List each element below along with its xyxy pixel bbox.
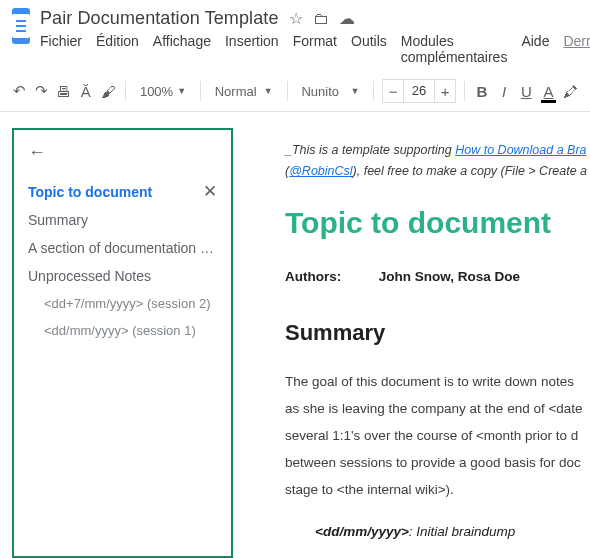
outline-active-heading[interactable]: Topic to document	[28, 184, 152, 200]
document-canvas[interactable]: _This is a template supporting How to Do…	[245, 112, 590, 558]
move-icon[interactable]: 🗀	[313, 10, 329, 28]
zoom-value: 100%	[140, 84, 173, 99]
zoom-select[interactable]: 100%▼	[134, 84, 192, 99]
menu-view[interactable]: Affichage	[153, 33, 211, 65]
stage-title: <dd/mm/yyyy>: Initial braindump	[315, 521, 590, 544]
paragraph-style-select[interactable]: Normal▼	[209, 84, 279, 99]
font-value: Nunito	[301, 84, 339, 99]
highlight-icon[interactable]: 🖍	[562, 77, 580, 105]
menu-file[interactable]: Fichier	[40, 33, 82, 65]
docs-logo[interactable]	[12, 8, 30, 44]
paint-format-icon[interactable]: 🖌	[99, 77, 117, 105]
summary-heading: Summary	[285, 314, 590, 351]
font-select[interactable]: Nunito▼	[295, 84, 365, 99]
menu-edit[interactable]: Édition	[96, 33, 139, 65]
chevron-down-icon: ▼	[350, 86, 359, 96]
intro-link[interactable]: How to Download a Bra	[455, 143, 586, 157]
doc-title[interactable]: Pair Documentation Template	[40, 8, 279, 29]
intro-handle-link[interactable]: @RobinCsl	[289, 164, 352, 178]
last-edit-link[interactable]: Derniè	[563, 33, 590, 65]
outline-back-icon[interactable]: ←	[28, 142, 46, 163]
spellcheck-icon[interactable]: Ă	[77, 77, 95, 105]
undo-icon[interactable]: ↶	[10, 77, 28, 105]
bullet-item: How to approach this knowledge	[333, 552, 590, 558]
outline-item[interactable]: Summary	[22, 206, 223, 234]
page-title: Topic to document	[285, 197, 590, 248]
style-value: Normal	[215, 84, 257, 99]
font-size-decrease[interactable]: −	[382, 79, 404, 103]
text-color-button[interactable]: A	[539, 77, 557, 105]
toolbar: ↶ ↷ 🖶 Ă 🖌 100%▼ Normal▼ Nunito▼ − 26 + B…	[0, 71, 590, 112]
font-size-stepper: − 26 +	[382, 79, 456, 103]
authors-names: John Snow, Rosa Doe	[379, 269, 520, 284]
star-icon[interactable]: ☆	[289, 9, 303, 28]
outline-subitem[interactable]: <dd/mm/yyyy> (session 1)	[22, 317, 223, 344]
close-icon[interactable]: ✕	[203, 181, 217, 202]
chevron-down-icon: ▼	[264, 86, 273, 96]
bold-button[interactable]: B	[473, 77, 491, 105]
redo-icon[interactable]: ↷	[32, 77, 50, 105]
menu-help[interactable]: Aide	[521, 33, 549, 65]
outline-panel: ← Topic to document ✕ Summary A section …	[0, 112, 245, 558]
menu-format[interactable]: Format	[293, 33, 337, 65]
authors-label: Authors:	[285, 266, 375, 289]
authors-row: Authors: John Snow, Rosa Doe	[285, 266, 590, 289]
outline-subitem[interactable]: <dd+7/mm/yyyy> (session 2)	[22, 290, 223, 317]
outline-item[interactable]: A section of documentation dr…	[22, 234, 223, 262]
underline-button[interactable]: U	[517, 77, 535, 105]
summary-paragraph: The goal of this document is to write do…	[285, 368, 590, 503]
menu-addons[interactable]: Modules complémentaires	[401, 33, 508, 65]
menu-insert[interactable]: Insertion	[225, 33, 279, 65]
italic-button[interactable]: I	[495, 77, 513, 105]
font-size-increase[interactable]: +	[434, 79, 456, 103]
cloud-icon[interactable]: ☁	[339, 9, 355, 28]
font-size-value[interactable]: 26	[404, 79, 434, 103]
print-icon[interactable]: 🖶	[55, 77, 73, 105]
menu-tools[interactable]: Outils	[351, 33, 387, 65]
menubar: Fichier Édition Affichage Insertion Form…	[40, 33, 590, 65]
intro-text: _This is a template supporting How to Do…	[285, 140, 590, 183]
chevron-down-icon: ▼	[177, 86, 186, 96]
outline-item[interactable]: Unprocessed Notes	[22, 262, 223, 290]
